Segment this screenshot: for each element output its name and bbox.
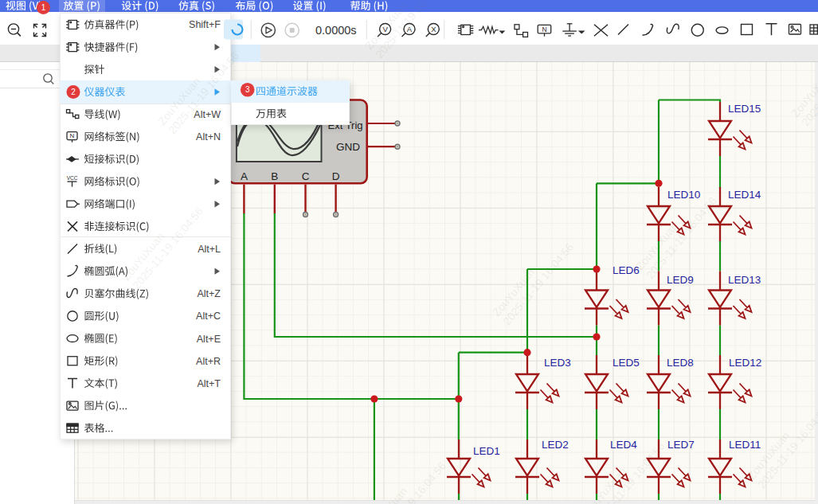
svg-text:Alt+R: Alt+R: [196, 356, 221, 367]
svg-text:Alt+Z: Alt+Z: [197, 288, 221, 299]
svg-text:Alt+L: Alt+L: [198, 244, 221, 255]
svg-text:VCC: VCC: [67, 175, 78, 181]
svg-text:3: 3: [245, 85, 250, 94]
svg-text:0.0000s: 0.0000s: [315, 24, 357, 37]
svg-text:Alt+E: Alt+E: [197, 334, 221, 345]
svg-text:N: N: [70, 132, 75, 139]
svg-text:X: X: [431, 25, 436, 33]
svg-text:2: 2: [71, 88, 76, 96]
svg-text:1: 1: [41, 3, 46, 12]
svg-text:Shift+F: Shift+F: [189, 19, 221, 30]
svg-text:Alt+C: Alt+C: [196, 311, 221, 322]
svg-text:N: N: [542, 25, 546, 33]
svg-text:A: A: [407, 25, 413, 33]
svg-text:V: V: [382, 25, 388, 33]
svg-text:Alt+W: Alt+W: [194, 109, 221, 120]
svg-text:Alt+T: Alt+T: [197, 378, 221, 389]
svg-text:Alt+N: Alt+N: [196, 131, 221, 143]
